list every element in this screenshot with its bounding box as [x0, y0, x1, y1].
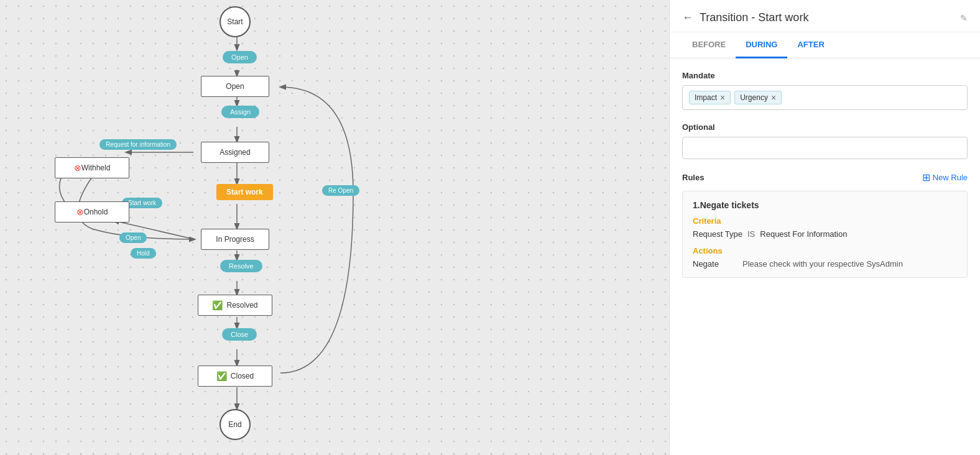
resolved-state-node[interactable]: ✅ Resolved: [198, 295, 272, 316]
urgency-tag-close[interactable]: ×: [771, 93, 776, 102]
optional-section: Optional: [682, 122, 968, 159]
tab-before[interactable]: BEFORE: [682, 32, 736, 58]
actions-label: Actions: [693, 246, 957, 255]
in-progress-state-node[interactable]: In Progress: [201, 229, 269, 250]
optional-field[interactable]: [682, 137, 968, 159]
new-rule-button[interactable]: ⊞ New Rule: [922, 172, 968, 183]
open-label-left: Open: [119, 232, 147, 243]
mandate-field[interactable]: Impact × Urgency ×: [682, 85, 968, 110]
warn-icon2: ⊗: [76, 207, 84, 217]
open-state-node[interactable]: Open: [201, 76, 269, 97]
end-node[interactable]: End: [220, 409, 251, 440]
check-icon-closed: ✅: [216, 371, 227, 381]
impact-tag[interactable]: Impact ×: [689, 91, 731, 104]
open-transition-node[interactable]: Open: [223, 51, 257, 63]
resolve-transition-node[interactable]: Resolve: [220, 260, 262, 272]
tab-after[interactable]: AFTER: [787, 32, 834, 58]
rules-header: Rules ⊞ New Rule: [682, 172, 968, 183]
mandate-label: Mandate: [682, 71, 968, 80]
criteria-op: IS: [747, 229, 755, 239]
closed-state-node[interactable]: ✅ Closed: [198, 365, 272, 387]
rule-card: 1.Negate tickets Criteria Request Type I…: [682, 191, 968, 278]
optional-label: Optional: [682, 122, 968, 132]
onhold-state-node[interactable]: ⊗ Onhold: [55, 201, 129, 223]
action-key: Negate: [693, 259, 730, 269]
warn-icon: ⊗: [74, 163, 81, 173]
reopen-label: Re Open: [322, 185, 359, 196]
assign-transition-node[interactable]: Assign: [221, 106, 259, 118]
criteria-label: Criteria: [693, 216, 957, 226]
close-transition-node[interactable]: Close: [222, 328, 257, 341]
rules-title: Rules: [682, 173, 704, 182]
assigned-state-node[interactable]: Assigned: [201, 142, 269, 163]
edit-icon[interactable]: ✎: [960, 13, 968, 23]
mandate-section: Mandate Impact × Urgency ×: [682, 71, 968, 110]
request-info-label: Request for information: [99, 139, 177, 150]
panel-body: Mandate Impact × Urgency × Optional Rule…: [670, 58, 980, 455]
criteria-key: Request Type: [693, 229, 742, 239]
criteria-row: Request Type IS Request For Information: [693, 229, 957, 239]
start-node[interactable]: Start: [220, 6, 251, 37]
withheld-state-node[interactable]: ⊗ Withheld: [55, 157, 129, 178]
right-panel: ← Transition - Start work ✎ BEFORE DURIN…: [669, 0, 980, 455]
start-work-active-node[interactable]: Start work: [216, 184, 273, 200]
action-val: Please check with your respective SysAdm…: [742, 259, 903, 269]
plus-icon: ⊞: [922, 172, 930, 183]
criteria-val: Request For Information: [760, 229, 847, 239]
action-row: Negate Please check with your respective…: [693, 259, 957, 269]
rule-number-title: 1.Negate tickets: [693, 200, 957, 210]
workflow-canvas[interactable]: Start Open Open Assign Assigned Request …: [0, 0, 669, 455]
tab-during[interactable]: DURING: [736, 32, 787, 58]
impact-tag-close[interactable]: ×: [720, 93, 725, 102]
panel-header: ← Transition - Start work ✎: [670, 0, 980, 32]
panel-title: Transition - Start work: [700, 11, 808, 24]
panel-tabs: BEFORE DURING AFTER: [670, 32, 980, 58]
check-icon-resolved: ✅: [212, 300, 223, 310]
urgency-tag[interactable]: Urgency ×: [734, 91, 782, 104]
hold-label: Hold: [131, 248, 156, 259]
back-button[interactable]: ←: [682, 11, 693, 24]
panel-header-left: ← Transition - Start work: [682, 11, 808, 24]
